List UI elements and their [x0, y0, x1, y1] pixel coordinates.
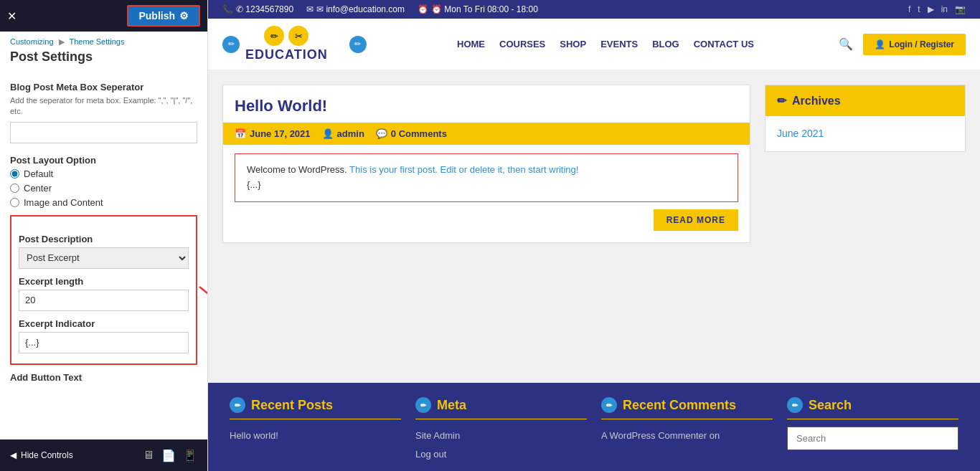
logo-icon-1: ✏ — [264, 26, 284, 46]
footer-search: ✏ Search — [780, 397, 966, 464]
panel-scroll: Blog Post Meta Box Seperator Add the sep… — [0, 72, 207, 439]
site-header-top: 📞 ✆ 1234567890 ✉ ✉ info@education.com ⏰ … — [208, 0, 980, 19]
footer-recent-posts-title: ✏ Recent Posts — [230, 397, 401, 413]
breadcrumb-theme-settings[interactable]: Theme Settings — [69, 37, 124, 46]
pencil-edit-icon: ✏ — [777, 94, 786, 108]
shortcode: {...} — [247, 179, 261, 190]
gear-icon: ⚙ — [179, 10, 189, 22]
sidebar: ✏ Archives June 2021 — [765, 85, 966, 383]
nav-home[interactable]: Home — [457, 39, 485, 49]
comment-icon: 💬 — [376, 128, 387, 139]
post-card: Hello World! 📅 June 17, 2021 👤 admin 💬 0… — [222, 85, 750, 243]
archives-widget: ✏ Archives June 2021 — [765, 85, 966, 152]
top-bar: ✕ Publish ⚙ — [0, 0, 207, 32]
post-desc-select[interactable]: Post Excerpt Full Content None — [19, 247, 189, 269]
nav-menu: Home COURSES Shop EVENTS BLOG CONTACT US — [372, 39, 839, 49]
read-more-button[interactable]: READ MORE — [654, 209, 738, 231]
post-title: Hello World! — [223, 85, 750, 123]
login-button[interactable]: 👤 Login / Register — [863, 34, 966, 55]
nav-edit-pencil[interactable]: ✏ — [349, 36, 367, 53]
logo-area: ✏ ✂ EDUCATION — [245, 26, 328, 62]
footer-meta-link-2[interactable]: Log out — [415, 445, 587, 464]
hours-contact: ⏰ ⏰ Mon To Fri 08:00 - 18:00 — [418, 4, 538, 14]
footer-recent-posts: ✏ Recent Posts Hello world! — [222, 397, 408, 464]
footer-recent-post-1[interactable]: Hello world! — [230, 427, 401, 445]
clock-icon: ⏰ — [418, 4, 428, 14]
site-main: Hello World! 📅 June 17, 2021 👤 admin 💬 0… — [208, 70, 980, 383]
panel-title: Post Settings — [0, 49, 207, 72]
add-button-text-label: Add Button Text — [10, 372, 197, 383]
publish-label: Publish — [138, 10, 175, 22]
post-desc-label: Post Description — [19, 234, 189, 244]
calendar-icon: 📅 — [235, 128, 246, 139]
footer-pencil-icon-2: ✏ — [415, 397, 431, 413]
instagram-icon[interactable]: 📷 — [955, 4, 966, 14]
footer-meta-link-1[interactable]: Site Admin — [415, 427, 587, 445]
mobile-icon[interactable]: 📱 — [183, 449, 197, 462]
social-icons: f t ▶ in 📷 — [908, 4, 966, 14]
search-icon[interactable]: 🔍 — [839, 37, 853, 51]
twitter-icon[interactable]: t — [918, 4, 920, 14]
excerpt-length-label: Excerpt length — [19, 276, 189, 287]
phone-number: ✆ 1234567890 — [236, 4, 293, 14]
linkedin-icon[interactable]: in — [941, 4, 948, 14]
author-icon: 👤 — [322, 128, 334, 139]
login-label: Login / Register — [889, 39, 954, 49]
footer-pencil-icon-4: ✏ — [787, 397, 803, 413]
post-description-box: Post Description Post Excerpt Full Conte… — [10, 215, 197, 365]
contact-items: 📞 ✆ 1234567890 ✉ ✉ info@education.com ⏰ … — [222, 4, 538, 14]
post-author: 👤 admin — [322, 128, 364, 139]
footer-meta-title: ✏ Meta — [415, 397, 587, 413]
email-address: ✉ info@education.com — [316, 4, 405, 14]
facebook-icon[interactable]: f — [908, 4, 910, 14]
excerpt-length-input[interactable] — [19, 290, 189, 311]
read-more-row: READ MORE — [223, 202, 750, 231]
nav-contact[interactable]: CONTACT US — [694, 39, 754, 49]
nav-blog[interactable]: BLOG — [652, 39, 679, 49]
desktop-icon[interactable]: 🖥 — [143, 449, 154, 462]
archives-title: Archives — [792, 95, 841, 108]
meta-box-input[interactable] — [10, 122, 197, 143]
logo-icon-2: ✂ — [288, 26, 308, 46]
hide-controls-button[interactable]: ◀ Hide Controls — [10, 450, 73, 460]
posts-area: Hello World! 📅 June 17, 2021 👤 admin 💬 0… — [222, 85, 750, 383]
layout-options: Default Center Image and Content — [10, 168, 197, 208]
footer-comment-1[interactable]: A WordPress Commenter on — [601, 427, 773, 445]
post-comments: 💬 0 Comments — [376, 128, 447, 139]
close-button[interactable]: ✕ — [7, 9, 17, 23]
device-icons: 🖥 📄 📱 — [143, 449, 197, 462]
excerpt-indicator-input[interactable] — [19, 332, 189, 353]
site-preview: 📞 ✆ 1234567890 ✉ ✉ info@education.com ⏰ … — [208, 0, 980, 471]
footer-meta: ✏ Meta Site Admin Log out — [408, 397, 594, 464]
radio-image-content[interactable]: Image and Content — [10, 197, 197, 208]
post-date: 📅 June 17, 2021 — [235, 128, 311, 139]
customizer-panel: ✕ Publish ⚙ Customizing ▶ Theme Settings… — [0, 0, 208, 471]
breadcrumb: Customizing ▶ Theme Settings — [0, 32, 207, 49]
site-footer: ✏ Recent Posts Hello world! ✏ Meta Site … — [208, 383, 980, 471]
business-hours: ⏰ Mon To Fri 08:00 - 18:00 — [431, 4, 538, 14]
footer-pencil-icon-3: ✏ — [601, 397, 617, 413]
archive-link-june[interactable]: June 2021 — [777, 125, 953, 143]
footer-search-title: ✏ Search — [787, 397, 958, 413]
logo-icons: ✏ ✂ — [264, 26, 308, 46]
archives-widget-body: June 2021 — [765, 116, 965, 151]
nav-shop[interactable]: Shop — [560, 39, 586, 49]
radio-default[interactable]: Default — [10, 168, 197, 179]
footer-recent-comments: ✏ Recent Comments A WordPress Commenter … — [594, 397, 780, 464]
footer-pencil-icon-1: ✏ — [230, 397, 245, 413]
publish-button[interactable]: Publish ⚙ — [127, 5, 200, 27]
breadcrumb-customizing[interactable]: Customizing — [10, 37, 54, 46]
layout-label: Post Layout Option — [10, 155, 197, 166]
excerpt-link[interactable]: This is your first post. Edit or delete … — [349, 164, 578, 175]
archives-widget-header: ✏ Archives — [765, 85, 965, 116]
logo-edit-pencil[interactable]: ✏ — [222, 36, 240, 53]
youtube-icon[interactable]: ▶ — [928, 4, 934, 14]
excerpt-indicator-label: Excerpt Indicator — [19, 318, 189, 329]
nav-events[interactable]: EVENTS — [600, 39, 638, 49]
meta-box-hint: Add the seperator for meta box. Example:… — [10, 95, 197, 118]
tablet-icon[interactable]: 📄 — [161, 449, 176, 462]
radio-center[interactable]: Center — [10, 183, 197, 194]
footer-search-input[interactable] — [787, 427, 958, 450]
nav-courses[interactable]: COURSES — [499, 39, 545, 49]
email-icon: ✉ — [306, 4, 314, 14]
